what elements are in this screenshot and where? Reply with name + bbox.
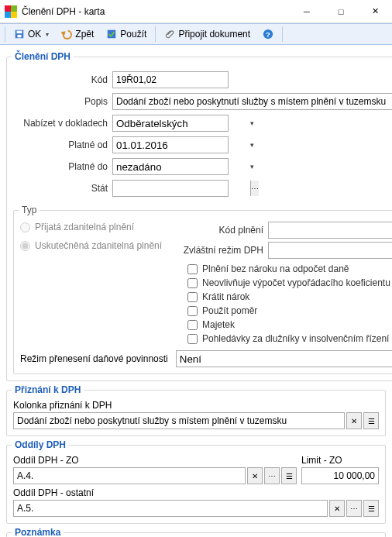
radio-prijata[interactable]: Přijatá zdanitelná plnění [20, 222, 183, 232]
toolbar: OK ▾ Zpět Použít Připojit dokument ? [0, 23, 392, 45]
save-icon [14, 29, 25, 40]
svg-text:?: ? [266, 30, 270, 39]
clear-button[interactable]: ✕ [329, 500, 345, 517]
titlebar: Členění DPH - karta ─ □ ✕ [0, 0, 392, 23]
chevron-down-icon[interactable]: ▾ [250, 159, 254, 174]
oddily-legend: Oddíly DPH [12, 439, 69, 450]
clear-button[interactable]: ✕ [247, 467, 263, 484]
svg-rect-2 [17, 35, 21, 38]
svg-rect-1 [17, 31, 22, 34]
typ-legend: Typ [19, 205, 40, 215]
typ-group: Typ Přijatá zdanitelná plnění Uskutečněn… [13, 205, 392, 374]
kod-label: Kód [13, 74, 112, 85]
chevron-down-icon: ▾ [46, 31, 49, 38]
nabizet-select[interactable]: ▾ [112, 115, 229, 132]
close-button[interactable]: ✕ [358, 0, 392, 23]
kod-plneni-label: Kód plnění [183, 225, 268, 236]
stat-label: Stát [13, 183, 112, 194]
maximize-button[interactable]: □ [324, 0, 358, 23]
nabizet-label: Nabízet v dokladech [13, 118, 112, 129]
poznamka-group: Poznámka [6, 527, 386, 537]
priznani-legend: Přiznání k DPH [12, 384, 84, 395]
popis-input[interactable] [112, 93, 392, 110]
app-icon [5, 5, 17, 18]
limit-input[interactable] [301, 467, 379, 484]
cleneni-dph-group: Členění DPH Kód Popis Nabízet v dokladec… [6, 51, 392, 381]
platne-od-input[interactable]: ▾ [112, 136, 229, 153]
kolonka-input[interactable] [13, 412, 345, 429]
ostatni-input[interactable] [13, 500, 328, 517]
chk-kratit[interactable]: Krátit nárok [187, 291, 392, 302]
svg-rect-3 [108, 30, 116, 39]
rezim-label: Režim přenesení daňové povinnosti [20, 353, 173, 364]
chk-majetek[interactable]: Majetek [187, 319, 392, 330]
kolonka-label: Kolonka přiznání k DPH [13, 400, 379, 411]
detail-button[interactable]: ☰ [281, 467, 297, 484]
apply-icon [106, 29, 117, 40]
help-button[interactable]: ? [257, 26, 279, 43]
ok-button[interactable]: OK ▾ [9, 26, 54, 43]
kod-plneni-picker[interactable]: ⋯ [268, 222, 392, 239]
platne-od-label: Platné od [13, 139, 112, 150]
platne-do-label: Platné do [13, 161, 112, 172]
undo-icon [61, 29, 72, 40]
stat-picker[interactable]: ⋯ [112, 180, 229, 197]
chk-neovlivnuje[interactable]: Neovlivňuje výpočet vypořádacího koefici… [187, 277, 392, 288]
priznani-group: Přiznání k DPH Kolonka přiznání k DPH ✕ … [6, 384, 386, 436]
chevron-down-icon[interactable]: ▾ [250, 137, 254, 153]
detail-button[interactable]: ☰ [363, 412, 379, 429]
chk-bez-naroku[interactable]: Plnění bez nároku na odpočet daně [187, 263, 392, 274]
zo-input[interactable] [13, 467, 246, 484]
poznamka-legend: Poznámka [12, 527, 64, 537]
zvlastni-label: Zvláštní režim DPH [183, 245, 268, 256]
ellipsis-button[interactable]: ⋯ [264, 467, 280, 484]
cleneni-legend: Členění DPH [12, 51, 74, 62]
window-title: Členění DPH - karta [22, 6, 290, 17]
use-button[interactable]: Použít [101, 26, 152, 43]
ellipsis-icon[interactable]: ⋯ [250, 181, 259, 196]
zo-label: Oddíl DPH - ZO [13, 455, 297, 466]
chk-pohledavky[interactable]: Pohledávky za dlužníky v insolvenčním ří… [187, 333, 392, 344]
detail-button[interactable]: ☰ [363, 500, 379, 517]
clear-button[interactable]: ✕ [346, 412, 362, 429]
ostatni-label: Oddíl DPH - ostatní [13, 487, 379, 498]
popis-label: Popis [13, 96, 112, 107]
attach-document-button[interactable]: Připojit dokument [159, 26, 256, 43]
oddily-group: Oddíly DPH Oddíl DPH - ZO ✕ ⋯ ☰ Limit - … [6, 439, 386, 524]
chk-pomer[interactable]: Použít poměr [187, 305, 392, 316]
paperclip-icon [164, 29, 175, 40]
help-icon: ? [263, 29, 273, 40]
chevron-down-icon[interactable]: ▾ [250, 115, 254, 131]
platne-do-input[interactable]: ▾ [112, 158, 229, 175]
radio-uskutecnena[interactable]: Uskutečněná zdanitelná plnění [20, 240, 183, 251]
minimize-button[interactable]: ─ [290, 0, 324, 23]
limit-label: Limit - ZO [301, 455, 379, 466]
rezim-select[interactable]: ▾ [176, 350, 392, 367]
zvlastni-picker[interactable]: ⋯ [268, 242, 392, 259]
kod-input[interactable] [112, 71, 229, 88]
back-button[interactable]: Zpět [56, 26, 99, 43]
ellipsis-button[interactable]: ⋯ [346, 500, 362, 517]
